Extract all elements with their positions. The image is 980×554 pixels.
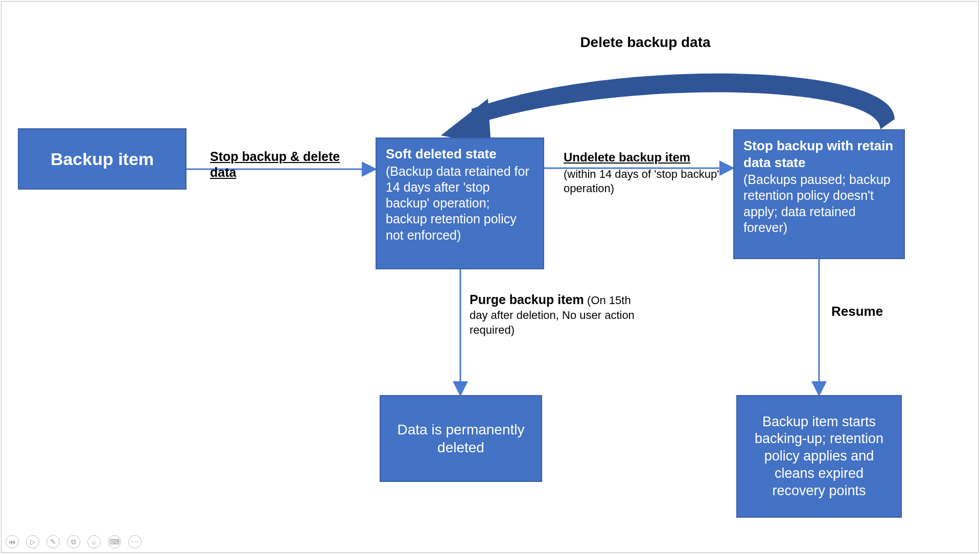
- toolbar-first-button[interactable]: ⏮: [6, 535, 19, 548]
- more-icon: ⋯: [131, 538, 138, 546]
- diagram-canvas: Backup item Soft deleted state (Backup d…: [1, 1, 979, 553]
- node-backup-item: Backup item: [18, 128, 186, 190]
- node-perm-deleted: Data is permanently deleted: [380, 395, 542, 482]
- edge-undelete-sub: (within 14 days of 'stop backup' operati…: [564, 167, 722, 195]
- zoom-icon: ⌕: [92, 538, 96, 546]
- toolbar-play-button[interactable]: ▷: [26, 535, 39, 548]
- toolbar-more-button[interactable]: ⋯: [128, 535, 142, 548]
- node-retain-data-title: Stop backup with retain data state: [743, 137, 895, 171]
- node-perm-deleted-text: Data is permanently deleted: [390, 421, 532, 456]
- edge-delete-back-label: Delete backup data: [543, 33, 748, 51]
- first-icon: ⏮: [9, 538, 16, 546]
- edge-undelete-label: Undelete backup item (within 14 days of …: [564, 150, 722, 195]
- node-soft-deleted-sub: (Backup data retained for 14 days after …: [386, 164, 534, 243]
- toolbar-copy-button[interactable]: ⧉: [67, 535, 80, 548]
- presenter-toolbar: ⏮ ▷ ✎ ⧉ ⌕ ⌨ ⋯: [6, 535, 142, 548]
- node-resume-result: Backup item starts backing-up; retention…: [736, 395, 902, 518]
- node-retain-data: Stop backup with retain data state (Back…: [733, 129, 905, 259]
- node-backup-item-title: Backup item: [51, 148, 154, 170]
- toolbar-zoom-button[interactable]: ⌕: [87, 535, 101, 548]
- edge-stop-delete-bold: Stop backup & delete data: [210, 149, 340, 179]
- node-retain-data-sub: (Backups paused; backup retention policy…: [743, 172, 895, 236]
- keyboard-icon: ⌨: [109, 538, 120, 546]
- play-icon: ▷: [30, 538, 36, 546]
- edge-delete-back-bold: Delete backup data: [580, 34, 710, 50]
- node-soft-deleted-title: Soft deleted state: [386, 146, 534, 163]
- edge-resume-label: Resume: [831, 303, 913, 320]
- node-resume-result-text: Backup item starts backing-up; retention…: [751, 413, 888, 500]
- toolbar-keyboard-button[interactable]: ⌨: [108, 535, 121, 548]
- node-soft-deleted: Soft deleted state (Backup data retained…: [376, 137, 544, 269]
- edge-purge-bold: Purge backup item: [470, 292, 584, 307]
- edge-stop-delete-label: Stop backup & delete data: [210, 149, 361, 181]
- pen-icon: ✎: [50, 538, 56, 546]
- edge-purge-label: Purge backup item (On 15th day after del…: [470, 292, 643, 337]
- copy-icon: ⧉: [71, 538, 76, 546]
- toolbar-pen-button[interactable]: ✎: [46, 535, 60, 548]
- edge-resume-bold: Resume: [831, 304, 883, 319]
- edge-undelete-bold: Undelete backup item: [564, 150, 722, 165]
